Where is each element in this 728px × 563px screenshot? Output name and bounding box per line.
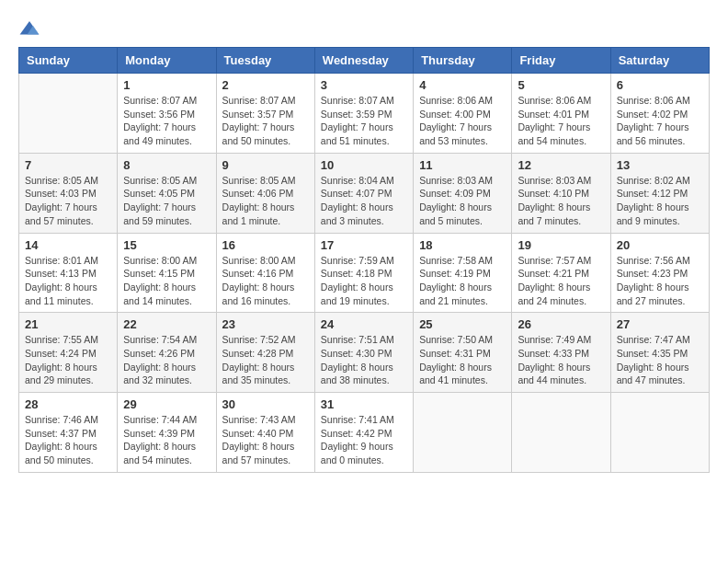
calendar-cell: 15Sunrise: 8:00 AMSunset: 4:15 PMDayligh… bbox=[118, 233, 216, 313]
day-info: Sunrise: 8:07 AMSunset: 3:57 PMDaylight:… bbox=[222, 94, 309, 148]
day-info: Sunrise: 8:02 AMSunset: 4:12 PMDaylight:… bbox=[617, 174, 703, 228]
calendar-cell: 26Sunrise: 7:49 AMSunset: 4:33 PMDayligh… bbox=[512, 313, 610, 393]
day-number: 29 bbox=[123, 397, 210, 411]
day-number: 24 bbox=[321, 317, 407, 331]
calendar-cell: 24Sunrise: 7:51 AMSunset: 4:30 PMDayligh… bbox=[314, 313, 413, 393]
calendar-cell: 7Sunrise: 8:05 AMSunset: 4:03 PMDaylight… bbox=[19, 153, 118, 233]
calendar-cell: 5Sunrise: 8:06 AMSunset: 4:01 PMDaylight… bbox=[512, 74, 610, 154]
day-info: Sunrise: 7:55 AMSunset: 4:24 PMDaylight:… bbox=[25, 333, 111, 387]
day-number: 30 bbox=[222, 397, 309, 411]
calendar-cell: 18Sunrise: 7:58 AMSunset: 4:19 PMDayligh… bbox=[414, 233, 512, 313]
calendar-cell: 20Sunrise: 7:56 AMSunset: 4:23 PMDayligh… bbox=[610, 233, 709, 313]
day-info: Sunrise: 7:58 AMSunset: 4:19 PMDaylight:… bbox=[419, 254, 506, 308]
weekday-header: Monday bbox=[118, 48, 216, 74]
day-number: 22 bbox=[123, 317, 210, 331]
calendar-cell: 9Sunrise: 8:05 AMSunset: 4:06 PMDaylight… bbox=[216, 153, 314, 233]
day-number: 3 bbox=[321, 78, 407, 92]
weekday-header: Tuesday bbox=[216, 48, 314, 74]
day-number: 28 bbox=[25, 397, 111, 411]
day-info: Sunrise: 7:46 AMSunset: 4:37 PMDaylight:… bbox=[25, 413, 111, 467]
day-number: 19 bbox=[518, 238, 604, 252]
weekday-header: Sunday bbox=[19, 48, 118, 74]
day-info: Sunrise: 7:43 AMSunset: 4:40 PMDaylight:… bbox=[222, 413, 309, 467]
calendar-cell: 29Sunrise: 7:44 AMSunset: 4:39 PMDayligh… bbox=[118, 393, 216, 473]
day-number: 4 bbox=[419, 78, 506, 92]
day-info: Sunrise: 7:44 AMSunset: 4:39 PMDaylight:… bbox=[123, 413, 210, 467]
day-number: 6 bbox=[617, 78, 703, 92]
day-number: 1 bbox=[123, 78, 210, 92]
calendar-cell: 6Sunrise: 8:06 AMSunset: 4:02 PMDaylight… bbox=[610, 74, 709, 154]
day-info: Sunrise: 8:06 AMSunset: 4:02 PMDaylight:… bbox=[617, 94, 703, 148]
day-number: 10 bbox=[321, 158, 407, 172]
day-info: Sunrise: 8:04 AMSunset: 4:07 PMDaylight:… bbox=[321, 174, 407, 228]
day-number: 5 bbox=[518, 78, 604, 92]
calendar-cell: 2Sunrise: 8:07 AMSunset: 3:57 PMDaylight… bbox=[216, 74, 314, 154]
calendar-cell: 4Sunrise: 8:06 AMSunset: 4:00 PMDaylight… bbox=[414, 74, 512, 154]
calendar-cell: 19Sunrise: 7:57 AMSunset: 4:21 PMDayligh… bbox=[512, 233, 610, 313]
calendar-cell: 23Sunrise: 7:52 AMSunset: 4:28 PMDayligh… bbox=[216, 313, 314, 393]
weekday-header: Friday bbox=[512, 48, 610, 74]
day-number: 17 bbox=[321, 238, 407, 252]
day-info: Sunrise: 7:41 AMSunset: 4:42 PMDaylight:… bbox=[321, 413, 407, 467]
calendar-table: SundayMondayTuesdayWednesdayThursdayFrid… bbox=[18, 47, 710, 473]
calendar-cell: 27Sunrise: 7:47 AMSunset: 4:35 PMDayligh… bbox=[610, 313, 709, 393]
calendar-cell: 21Sunrise: 7:55 AMSunset: 4:24 PMDayligh… bbox=[19, 313, 118, 393]
calendar-cell: 1Sunrise: 8:07 AMSunset: 3:56 PMDaylight… bbox=[118, 74, 216, 154]
day-info: Sunrise: 8:05 AMSunset: 4:05 PMDaylight:… bbox=[123, 174, 210, 228]
day-number: 23 bbox=[222, 317, 309, 331]
calendar-cell bbox=[414, 393, 512, 473]
day-info: Sunrise: 7:52 AMSunset: 4:28 PMDaylight:… bbox=[222, 333, 309, 387]
calendar-cell: 28Sunrise: 7:46 AMSunset: 4:37 PMDayligh… bbox=[19, 393, 118, 473]
day-info: Sunrise: 7:47 AMSunset: 4:35 PMDaylight:… bbox=[617, 333, 703, 387]
calendar-cell: 13Sunrise: 8:02 AMSunset: 4:12 PMDayligh… bbox=[610, 153, 709, 233]
day-info: Sunrise: 8:06 AMSunset: 4:01 PMDaylight:… bbox=[518, 94, 604, 148]
day-number: 12 bbox=[518, 158, 604, 172]
day-number: 8 bbox=[123, 158, 210, 172]
calendar-cell bbox=[610, 393, 709, 473]
weekday-header: Thursday bbox=[414, 48, 512, 74]
day-info: Sunrise: 8:05 AMSunset: 4:03 PMDaylight:… bbox=[25, 174, 111, 228]
day-info: Sunrise: 7:51 AMSunset: 4:30 PMDaylight:… bbox=[321, 333, 407, 387]
calendar-cell: 16Sunrise: 8:00 AMSunset: 4:16 PMDayligh… bbox=[216, 233, 314, 313]
calendar-cell: 22Sunrise: 7:54 AMSunset: 4:26 PMDayligh… bbox=[118, 313, 216, 393]
day-info: Sunrise: 8:03 AMSunset: 4:09 PMDaylight:… bbox=[419, 174, 506, 228]
day-info: Sunrise: 8:07 AMSunset: 3:59 PMDaylight:… bbox=[321, 94, 407, 148]
day-number: 27 bbox=[617, 317, 703, 331]
day-number: 9 bbox=[222, 158, 309, 172]
day-number: 31 bbox=[321, 397, 407, 411]
day-info: Sunrise: 7:49 AMSunset: 4:33 PMDaylight:… bbox=[518, 333, 604, 387]
weekday-header: Wednesday bbox=[314, 48, 413, 74]
page-header bbox=[18, 18, 710, 38]
logo bbox=[18, 18, 44, 38]
day-number: 18 bbox=[419, 238, 506, 252]
day-info: Sunrise: 8:07 AMSunset: 3:56 PMDaylight:… bbox=[123, 94, 210, 148]
calendar-cell: 14Sunrise: 8:01 AMSunset: 4:13 PMDayligh… bbox=[19, 233, 118, 313]
calendar-cell: 12Sunrise: 8:03 AMSunset: 4:10 PMDayligh… bbox=[512, 153, 610, 233]
day-info: Sunrise: 8:01 AMSunset: 4:13 PMDaylight:… bbox=[25, 254, 111, 308]
calendar-cell: 11Sunrise: 8:03 AMSunset: 4:09 PMDayligh… bbox=[414, 153, 512, 233]
day-number: 21 bbox=[25, 317, 111, 331]
day-number: 20 bbox=[617, 238, 703, 252]
day-number: 7 bbox=[25, 158, 111, 172]
day-info: Sunrise: 7:50 AMSunset: 4:31 PMDaylight:… bbox=[419, 333, 506, 387]
day-info: Sunrise: 7:57 AMSunset: 4:21 PMDaylight:… bbox=[518, 254, 604, 308]
day-info: Sunrise: 8:00 AMSunset: 4:15 PMDaylight:… bbox=[123, 254, 210, 308]
day-number: 14 bbox=[25, 238, 111, 252]
day-info: Sunrise: 8:00 AMSunset: 4:16 PMDaylight:… bbox=[222, 254, 309, 308]
calendar-cell bbox=[512, 393, 610, 473]
weekday-header: Saturday bbox=[610, 48, 709, 74]
day-number: 25 bbox=[419, 317, 506, 331]
calendar-cell: 10Sunrise: 8:04 AMSunset: 4:07 PMDayligh… bbox=[314, 153, 413, 233]
day-info: Sunrise: 8:06 AMSunset: 4:00 PMDaylight:… bbox=[419, 94, 506, 148]
day-number: 26 bbox=[518, 317, 604, 331]
calendar-cell: 8Sunrise: 8:05 AMSunset: 4:05 PMDaylight… bbox=[118, 153, 216, 233]
day-number: 2 bbox=[222, 78, 309, 92]
day-info: Sunrise: 7:56 AMSunset: 4:23 PMDaylight:… bbox=[617, 254, 703, 308]
calendar-cell: 17Sunrise: 7:59 AMSunset: 4:18 PMDayligh… bbox=[314, 233, 413, 313]
day-number: 11 bbox=[419, 158, 506, 172]
day-info: Sunrise: 8:05 AMSunset: 4:06 PMDaylight:… bbox=[222, 174, 309, 228]
day-info: Sunrise: 7:54 AMSunset: 4:26 PMDaylight:… bbox=[123, 333, 210, 387]
logo-icon bbox=[18, 19, 40, 38]
day-info: Sunrise: 7:59 AMSunset: 4:18 PMDaylight:… bbox=[321, 254, 407, 308]
calendar-cell: 30Sunrise: 7:43 AMSunset: 4:40 PMDayligh… bbox=[216, 393, 314, 473]
